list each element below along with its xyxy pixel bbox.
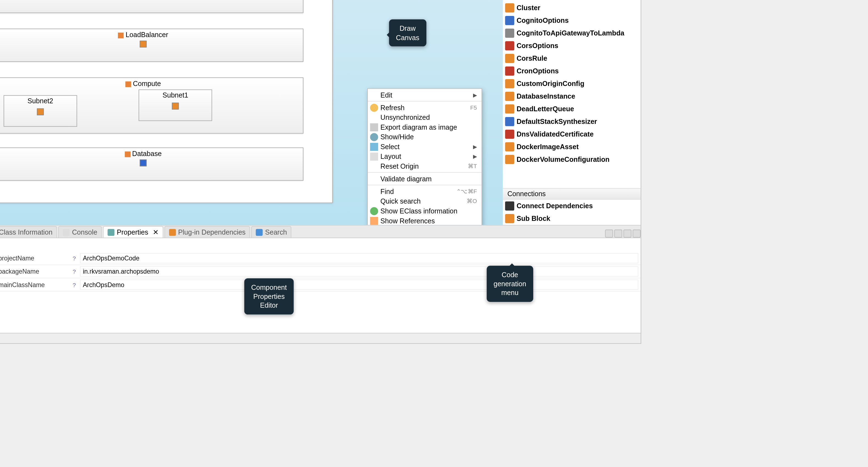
- property-value[interactable]: ArchOpsDemo: [80, 279, 638, 290]
- resource-type-icon: [505, 104, 514, 113]
- palette-connect-deps[interactable]: Connect Dependencies: [503, 200, 641, 212]
- resource-icon: [140, 160, 147, 166]
- eye-icon: [370, 133, 378, 141]
- palette-item[interactable]: CognitoToApiGatewayToLambda: [503, 27, 641, 39]
- ctx-showeclass[interactable]: Show EClass information: [368, 206, 482, 216]
- help-icon[interactable]: ?: [68, 268, 80, 275]
- ctx-layout[interactable]: Layout▶: [368, 152, 482, 161]
- resource-icon: [172, 103, 179, 110]
- block-subnet1[interactable]: Subnet1: [138, 90, 212, 121]
- resource-type-icon: [505, 155, 514, 164]
- palette-item[interactable]: DockerImageAsset: [503, 141, 641, 153]
- tab-properties[interactable]: Properties✕: [103, 226, 163, 238]
- resource-type-icon: [505, 66, 514, 75]
- property-label: packageName: [0, 268, 68, 275]
- resource-icon: [140, 41, 147, 47]
- ctx-refresh[interactable]: RefreshF5: [368, 103, 482, 113]
- view-tool-icon[interactable]: [605, 230, 613, 238]
- callout-code-generation: Code generation menu: [487, 266, 533, 302]
- tools-palette: ◀▶ ↖ Services and Resources CloudFrontWe…: [503, 0, 641, 225]
- ctx-validate[interactable]: Validate diagram: [368, 174, 482, 184]
- block-icon: [125, 81, 131, 87]
- view-menu-icon[interactable]: [614, 230, 622, 238]
- tab-eclass[interactable]: EClass Information: [0, 226, 57, 238]
- refs-icon: [370, 217, 378, 225]
- property-label: projectName: [0, 255, 68, 262]
- stack-container[interactable]: mainStack CloudFront and API LoadBalance…: [0, 0, 333, 203]
- help-icon[interactable]: ?: [68, 281, 80, 288]
- ctx-showhide[interactable]: Show/Hide: [368, 132, 482, 142]
- callout-draw-canvas: Draw Canvas: [389, 20, 426, 47]
- palette-item[interactable]: DockerVolumeConfiguration: [503, 153, 641, 166]
- eclass-icon: [370, 207, 378, 215]
- palette-item[interactable]: CorsRule: [503, 52, 641, 65]
- property-row: projectName?ArchOpsDemoCode: [0, 252, 641, 265]
- tab-search[interactable]: Search: [251, 226, 291, 238]
- search-icon: [256, 229, 263, 235]
- palette-section-connections[interactable]: Connections: [503, 188, 641, 200]
- minimize-view-icon[interactable]: [623, 230, 631, 238]
- property-row: packageName?in.rkvsraman.archopsdemo: [0, 265, 641, 278]
- resource-type-icon: [505, 41, 514, 50]
- palette-item[interactable]: DnsValidatedCertificate: [503, 128, 641, 141]
- refresh-icon: [370, 104, 378, 111]
- close-tab-icon[interactable]: ✕: [153, 228, 159, 236]
- resource-type-icon: [505, 79, 514, 88]
- maximize-view-icon[interactable]: [633, 230, 641, 238]
- block-icon: [505, 214, 514, 223]
- block-icon: [118, 33, 124, 38]
- palette-item[interactable]: CorsOptions: [503, 39, 641, 52]
- callout-properties-editor: Component Properties Editor: [244, 278, 294, 314]
- block-database[interactable]: Database: [0, 147, 304, 181]
- resource-icon: [37, 108, 44, 115]
- diagram-canvas[interactable]: mainStack CloudFront and API LoadBalance…: [0, 0, 503, 225]
- resource-type-icon: [505, 92, 514, 101]
- ctx-export[interactable]: Export diagram as image: [368, 122, 482, 132]
- palette-item[interactable]: DefaultStackSynthesizer: [503, 115, 641, 128]
- ctx-showrefs[interactable]: Show References: [368, 215, 482, 225]
- properties-icon: [108, 229, 115, 235]
- resource-type-icon: [505, 142, 514, 152]
- property-row: mainClassName?ArchOpsDemo: [0, 278, 641, 292]
- block-icon: [125, 152, 130, 157]
- console-icon: [63, 229, 69, 235]
- resource-type-icon: [505, 16, 514, 25]
- resource-type-icon: [505, 3, 514, 12]
- palette-item[interactable]: DatabaseInstance: [503, 90, 641, 103]
- layout-icon: [370, 152, 378, 160]
- resource-type-icon: [505, 29, 514, 38]
- palette-item[interactable]: Cluster: [503, 2, 641, 14]
- ctx-select[interactable]: Select▶: [368, 142, 482, 152]
- ctx-quicksearch[interactable]: Quick search⌘O: [368, 196, 482, 206]
- block-loadbalancer[interactable]: LoadBalancer: [0, 29, 304, 62]
- property-label: mainClassName: [0, 281, 68, 288]
- select-icon: [370, 142, 378, 151]
- palette-sub-block[interactable]: Sub Block: [503, 212, 641, 225]
- ctx-unsync[interactable]: Unsynchronized: [368, 112, 482, 122]
- block-subnet2[interactable]: Subnet2: [4, 95, 77, 127]
- palette-item[interactable]: CronOptions: [503, 65, 641, 77]
- image-icon: [370, 123, 378, 131]
- palette-item[interactable]: CustomOriginConfig: [503, 77, 641, 90]
- ctx-reset[interactable]: Reset Origin⌘T: [368, 161, 482, 171]
- context-menu[interactable]: Edit▶ RefreshF5 Unsynchronized Export di…: [367, 88, 482, 225]
- help-icon[interactable]: ?: [68, 255, 80, 262]
- ctx-find[interactable]: Find⌃⌥⌘F: [368, 187, 482, 196]
- resource-type-icon: [505, 130, 514, 139]
- palette-item[interactable]: DeadLetterQueue: [503, 103, 641, 115]
- block-cloudfront[interactable]: CloudFront and API: [0, 0, 304, 13]
- resource-type-icon: [505, 54, 514, 63]
- plugin-icon: [169, 229, 176, 235]
- property-value[interactable]: in.rkvsraman.archopsdemo: [80, 266, 638, 277]
- property-value[interactable]: ArchOpsDemoCode: [80, 253, 638, 263]
- properties-header: App app1: [0, 238, 641, 252]
- tab-plugin[interactable]: Plug-in Dependencies: [164, 226, 250, 238]
- properties-form: projectName?ArchOpsDemoCodepackageName?i…: [0, 252, 641, 333]
- resource-type-icon: [505, 117, 514, 126]
- block-compute[interactable]: Compute Subnet2 Subnet1: [0, 77, 304, 134]
- tab-console[interactable]: Console: [58, 226, 102, 238]
- dependency-icon: [505, 201, 514, 210]
- ctx-edit[interactable]: Edit▶: [368, 90, 482, 100]
- bottom-view-tabs: Problems EClass Information Console Prop…: [0, 226, 641, 238]
- palette-item[interactable]: CognitoOptions: [503, 14, 641, 27]
